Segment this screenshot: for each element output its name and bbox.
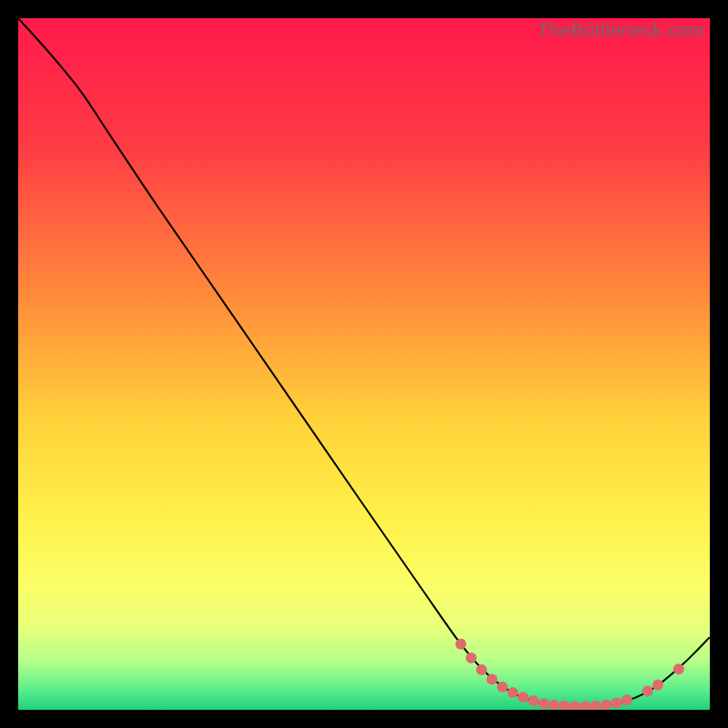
data-marker xyxy=(497,682,508,693)
data-marker xyxy=(642,685,653,696)
data-marker xyxy=(518,692,529,703)
data-marker xyxy=(487,674,498,685)
data-marker xyxy=(455,639,466,650)
data-marker xyxy=(622,694,632,705)
data-marker xyxy=(539,698,550,709)
data-marker xyxy=(476,664,487,675)
data-marker xyxy=(528,695,539,706)
watermark-label: TheBottleneck.com xyxy=(538,19,704,41)
gradient-background xyxy=(18,18,710,710)
data-marker xyxy=(611,697,622,708)
data-marker xyxy=(673,663,684,674)
chart-frame: TheBottleneck.com xyxy=(18,18,710,710)
data-marker xyxy=(652,680,663,691)
data-marker xyxy=(466,652,477,663)
bottleneck-chart xyxy=(18,18,710,710)
data-marker xyxy=(507,687,518,698)
